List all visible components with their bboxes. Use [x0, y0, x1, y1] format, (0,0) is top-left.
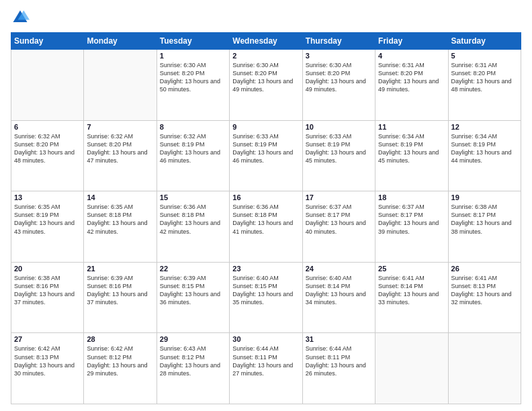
logo-icon — [11, 8, 30, 27]
day-number: 13 — [14, 193, 81, 201]
calendar-cell: 15Sunrise: 6:36 AM Sunset: 8:18 PM Dayli… — [157, 191, 229, 263]
calendar-cell: 22Sunrise: 6:39 AM Sunset: 8:15 PM Dayli… — [157, 262, 229, 333]
top-area — [11, 8, 521, 27]
day-number: 22 — [160, 265, 226, 273]
day-info: Sunrise: 6:34 AM Sunset: 8:19 PM Dayligh… — [378, 132, 445, 165]
calendar-cell: 13Sunrise: 6:35 AM Sunset: 8:19 PM Dayli… — [11, 191, 84, 263]
calendar-week-3: 13Sunrise: 6:35 AM Sunset: 8:19 PM Dayli… — [11, 191, 521, 263]
weekday-header-tuesday: Tuesday — [157, 33, 229, 50]
day-info: Sunrise: 6:38 AM Sunset: 8:17 PM Dayligh… — [451, 203, 518, 236]
day-info: Sunrise: 6:32 AM Sunset: 8:20 PM Dayligh… — [14, 132, 81, 165]
calendar-cell: 1Sunrise: 6:30 AM Sunset: 8:20 PM Daylig… — [157, 50, 229, 121]
day-number: 21 — [87, 265, 153, 273]
calendar-cell: 14Sunrise: 6:35 AM Sunset: 8:18 PM Dayli… — [84, 191, 157, 263]
day-info: Sunrise: 6:35 AM Sunset: 8:18 PM Dayligh… — [87, 203, 153, 236]
day-number: 7 — [87, 123, 153, 131]
calendar-cell: 12Sunrise: 6:34 AM Sunset: 8:19 PM Dayli… — [448, 120, 521, 191]
day-number: 12 — [451, 123, 518, 131]
day-number: 3 — [306, 52, 372, 60]
calendar-cell: 16Sunrise: 6:36 AM Sunset: 8:18 PM Dayli… — [230, 191, 302, 263]
calendar-cell: 10Sunrise: 6:33 AM Sunset: 8:19 PM Dayli… — [302, 120, 375, 191]
day-number: 25 — [378, 265, 445, 273]
calendar-cell: 2Sunrise: 6:30 AM Sunset: 8:20 PM Daylig… — [230, 50, 302, 121]
day-info: Sunrise: 6:37 AM Sunset: 8:17 PM Dayligh… — [378, 203, 445, 236]
day-number: 31 — [306, 335, 372, 343]
day-info: Sunrise: 6:38 AM Sunset: 8:16 PM Dayligh… — [14, 274, 81, 307]
day-info: Sunrise: 6:40 AM Sunset: 8:14 PM Dayligh… — [306, 274, 372, 307]
day-info: Sunrise: 6:36 AM Sunset: 8:18 PM Dayligh… — [160, 203, 226, 236]
day-info: Sunrise: 6:37 AM Sunset: 8:17 PM Dayligh… — [306, 203, 372, 236]
day-info: Sunrise: 6:33 AM Sunset: 8:19 PM Dayligh… — [306, 132, 372, 165]
day-info: Sunrise: 6:41 AM Sunset: 8:13 PM Dayligh… — [451, 274, 518, 307]
calendar-cell: 30Sunrise: 6:44 AM Sunset: 8:11 PM Dayli… — [230, 333, 302, 404]
day-info: Sunrise: 6:44 AM Sunset: 8:11 PM Dayligh… — [232, 345, 299, 377]
day-number: 23 — [232, 265, 299, 273]
calendar-cell — [448, 333, 521, 404]
day-info: Sunrise: 6:42 AM Sunset: 8:13 PM Dayligh… — [14, 345, 81, 377]
calendar-cell: 8Sunrise: 6:32 AM Sunset: 8:19 PM Daylig… — [157, 120, 229, 191]
calendar-cell — [375, 333, 448, 404]
calendar-cell: 18Sunrise: 6:37 AM Sunset: 8:17 PM Dayli… — [375, 191, 448, 263]
day-info: Sunrise: 6:33 AM Sunset: 8:19 PM Dayligh… — [232, 132, 299, 165]
calendar-cell: 20Sunrise: 6:38 AM Sunset: 8:16 PM Dayli… — [11, 262, 84, 333]
day-number: 9 — [232, 123, 299, 131]
calendar-cell: 4Sunrise: 6:31 AM Sunset: 8:20 PM Daylig… — [375, 50, 448, 121]
day-number: 1 — [160, 52, 226, 60]
calendar-cell: 24Sunrise: 6:40 AM Sunset: 8:14 PM Dayli… — [302, 262, 375, 333]
day-number: 15 — [160, 193, 226, 201]
calendar-cell: 3Sunrise: 6:30 AM Sunset: 8:20 PM Daylig… — [302, 50, 375, 121]
calendar-cell: 9Sunrise: 6:33 AM Sunset: 8:19 PM Daylig… — [230, 120, 302, 191]
day-number: 27 — [14, 335, 81, 343]
day-number: 4 — [378, 52, 445, 60]
calendar-cell: 29Sunrise: 6:43 AM Sunset: 8:12 PM Dayli… — [157, 333, 229, 404]
calendar-cell — [11, 50, 84, 121]
calendar-cell: 6Sunrise: 6:32 AM Sunset: 8:20 PM Daylig… — [11, 120, 84, 191]
calendar-cell: 27Sunrise: 6:42 AM Sunset: 8:13 PM Dayli… — [11, 333, 84, 404]
day-number: 26 — [451, 265, 518, 273]
day-info: Sunrise: 6:39 AM Sunset: 8:15 PM Dayligh… — [160, 274, 226, 307]
day-info: Sunrise: 6:34 AM Sunset: 8:19 PM Dayligh… — [451, 132, 518, 165]
calendar-header-row: SundayMondayTuesdayWednesdayThursdayFrid… — [11, 33, 521, 50]
day-number: 5 — [451, 52, 518, 60]
day-info: Sunrise: 6:32 AM Sunset: 8:20 PM Dayligh… — [87, 132, 153, 165]
day-number: 8 — [160, 123, 226, 131]
calendar-week-4: 20Sunrise: 6:38 AM Sunset: 8:16 PM Dayli… — [11, 262, 521, 333]
day-number: 17 — [306, 193, 372, 201]
calendar-cell — [84, 50, 157, 121]
day-info: Sunrise: 6:35 AM Sunset: 8:19 PM Dayligh… — [14, 203, 81, 236]
calendar-cell: 21Sunrise: 6:39 AM Sunset: 8:16 PM Dayli… — [84, 262, 157, 333]
calendar-cell: 28Sunrise: 6:42 AM Sunset: 8:12 PM Dayli… — [84, 333, 157, 404]
day-number: 28 — [87, 335, 153, 343]
calendar-cell: 17Sunrise: 6:37 AM Sunset: 8:17 PM Dayli… — [302, 191, 375, 263]
day-number: 18 — [378, 193, 445, 201]
weekday-header-friday: Friday — [375, 33, 448, 50]
day-info: Sunrise: 6:30 AM Sunset: 8:20 PM Dayligh… — [232, 61, 299, 94]
weekday-header-sunday: Sunday — [11, 33, 84, 50]
day-info: Sunrise: 6:43 AM Sunset: 8:12 PM Dayligh… — [160, 345, 226, 377]
calendar-cell: 25Sunrise: 6:41 AM Sunset: 8:14 PM Dayli… — [375, 262, 448, 333]
day-number: 16 — [232, 193, 299, 201]
logo — [11, 8, 32, 27]
day-number: 29 — [160, 335, 226, 343]
calendar-week-5: 27Sunrise: 6:42 AM Sunset: 8:13 PM Dayli… — [11, 333, 521, 404]
calendar-week-1: 1Sunrise: 6:30 AM Sunset: 8:20 PM Daylig… — [11, 50, 521, 121]
day-info: Sunrise: 6:42 AM Sunset: 8:12 PM Dayligh… — [87, 345, 153, 377]
calendar-week-2: 6Sunrise: 6:32 AM Sunset: 8:20 PM Daylig… — [11, 120, 521, 191]
day-number: 30 — [232, 335, 299, 343]
day-number: 24 — [306, 265, 372, 273]
weekday-header-wednesday: Wednesday — [230, 33, 302, 50]
calendar-table: SundayMondayTuesdayWednesdayThursdayFrid… — [11, 32, 521, 404]
weekday-header-thursday: Thursday — [302, 33, 375, 50]
day-info: Sunrise: 6:39 AM Sunset: 8:16 PM Dayligh… — [87, 274, 153, 307]
day-number: 14 — [87, 193, 153, 201]
calendar-cell: 23Sunrise: 6:40 AM Sunset: 8:15 PM Dayli… — [230, 262, 302, 333]
day-info: Sunrise: 6:31 AM Sunset: 8:20 PM Dayligh… — [378, 61, 445, 94]
day-number: 10 — [306, 123, 372, 131]
day-info: Sunrise: 6:30 AM Sunset: 8:20 PM Dayligh… — [160, 61, 226, 94]
calendar-cell: 26Sunrise: 6:41 AM Sunset: 8:13 PM Dayli… — [448, 262, 521, 333]
weekday-header-saturday: Saturday — [448, 33, 521, 50]
day-number: 19 — [451, 193, 518, 201]
weekday-header-monday: Monday — [84, 33, 157, 50]
day-number: 20 — [14, 265, 81, 273]
day-info: Sunrise: 6:44 AM Sunset: 8:11 PM Dayligh… — [306, 345, 372, 377]
